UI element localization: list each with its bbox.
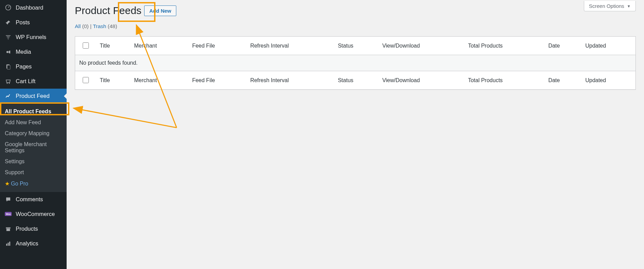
star-icon: ★ (5, 181, 10, 187)
submenu-all-product-feeds[interactable]: All Product Feeds (0, 106, 67, 117)
sidebar-item-media[interactable]: Media (0, 44, 67, 59)
svg-rect-9 (8, 243, 9, 246)
sidebar-label: WooCommerce (16, 211, 55, 217)
filter-all-count: (0) (82, 23, 89, 29)
sidebar-item-wpfunnels[interactable]: WP Funnels (0, 30, 67, 44)
admin-sidebar: Dashboard Posts WP Funnels Media Pages C… (0, 0, 67, 269)
sidebar-item-product-feed[interactable]: Product Feed (0, 89, 67, 103)
col-status-f: Status (334, 71, 378, 90)
svg-rect-8 (6, 244, 7, 246)
col-view-download-f: View/Download (378, 71, 464, 90)
sidebar-submenu: All Product Feeds Add New Feed Category … (0, 103, 67, 192)
analytics-icon (4, 241, 12, 247)
col-view-download: View/Download (378, 37, 464, 55)
col-total-products: Total Products (464, 37, 544, 55)
submenu-support[interactable]: Support (0, 167, 67, 178)
screen-options-label: Screen Options (589, 3, 624, 9)
filter-trash-count: (48) (108, 23, 117, 29)
submenu-category-mapping[interactable]: Category Mapping (0, 128, 67, 139)
pages-icon (4, 64, 12, 70)
sidebar-item-analytics[interactable]: Analytics (0, 236, 67, 251)
svg-rect-6 (6, 227, 11, 228)
submenu-add-new-feed[interactable]: Add New Feed (0, 117, 67, 128)
col-title-f[interactable]: Title (96, 71, 130, 90)
sidebar-item-products[interactable]: Products (0, 221, 67, 236)
chart-line-icon (4, 93, 12, 99)
sidebar-item-comments[interactable]: Comments (0, 192, 67, 207)
sidebar-label: Product Feed (16, 93, 50, 99)
submenu-settings[interactable]: Settings (0, 156, 67, 167)
sidebar-label: Comments (16, 196, 43, 203)
col-feed-file: Feed File (188, 37, 246, 55)
svg-rect-7 (6, 229, 10, 231)
svg-point-1 (6, 51, 9, 53)
chevron-down-icon: ▼ (627, 4, 631, 8)
select-all-header[interactable] (75, 37, 96, 55)
screen-options-button[interactable]: Screen Options ▼ (584, 1, 636, 11)
funnel-icon (4, 34, 12, 40)
sidebar-label: Analytics (16, 240, 38, 247)
col-feed-file-f: Feed File (188, 71, 246, 90)
col-updated-f: Updated (581, 71, 635, 90)
media-icon (4, 49, 12, 55)
svg-rect-10 (9, 242, 10, 246)
empty-message: No product feeds found. (75, 55, 636, 71)
select-all-footer[interactable] (75, 71, 96, 90)
sidebar-label: WP Funnels (16, 34, 46, 40)
col-merchant-f: Merchant (130, 71, 188, 90)
list-filter-links: All (0) | Trash (48) (75, 23, 636, 29)
filter-sep: | (90, 23, 93, 29)
sidebar-item-cartlift[interactable]: Cart Lift (0, 74, 67, 89)
col-date-f[interactable]: Date (544, 71, 581, 90)
filter-all-link[interactable]: All (75, 23, 81, 29)
col-date[interactable]: Date (544, 37, 581, 55)
sidebar-item-posts[interactable]: Posts (0, 15, 67, 30)
main-content: Screen Options ▼ Product Feeds Add New A… (67, 0, 644, 269)
feeds-table: Title Merchant Feed File Refresh Interva… (75, 36, 636, 90)
sidebar-item-dashboard[interactable]: Dashboard (0, 0, 67, 15)
woocommerce-icon: Woo (4, 212, 12, 217)
comment-icon (4, 196, 12, 203)
col-refresh-interval-f: Refresh Interval (246, 71, 334, 90)
dashboard-icon (4, 4, 12, 11)
select-all-checkbox-footer[interactable] (83, 77, 89, 83)
select-all-checkbox[interactable] (83, 42, 89, 49)
pin-icon (4, 20, 12, 26)
col-title[interactable]: Title (96, 37, 130, 55)
sidebar-item-woocommerce[interactable]: Woo WooCommerce (0, 207, 67, 221)
sidebar-label: Dashboard (16, 4, 43, 11)
sidebar-item-pages[interactable]: Pages (0, 59, 67, 74)
sidebar-label: Pages (16, 63, 32, 70)
archive-icon (4, 226, 12, 232)
sidebar-label: Media (16, 49, 31, 55)
sidebar-label: Cart Lift (16, 78, 36, 85)
sidebar-label: Products (16, 226, 38, 232)
submenu-google-merchant-settings[interactable]: Google Merchant Settings (0, 139, 67, 156)
filter-trash-link[interactable]: Trash (93, 23, 106, 29)
col-merchant: Merchant (130, 37, 188, 55)
col-updated: Updated (581, 37, 635, 55)
submenu-label: Go Pro (11, 181, 28, 187)
table-empty-row: No product feeds found. (75, 55, 636, 71)
submenu-go-pro[interactable]: ★Go Pro (0, 178, 67, 189)
cart-icon (4, 78, 12, 85)
col-status: Status (334, 37, 378, 55)
svg-text:Woo: Woo (6, 213, 11, 215)
page-title: Product Feeds (75, 5, 141, 16)
sidebar-label: Posts (16, 19, 30, 26)
svg-rect-3 (7, 65, 10, 69)
col-refresh-interval: Refresh Interval (246, 37, 334, 55)
add-new-button[interactable]: Add New (144, 5, 176, 16)
col-total-products-f: Total Products (464, 71, 544, 90)
